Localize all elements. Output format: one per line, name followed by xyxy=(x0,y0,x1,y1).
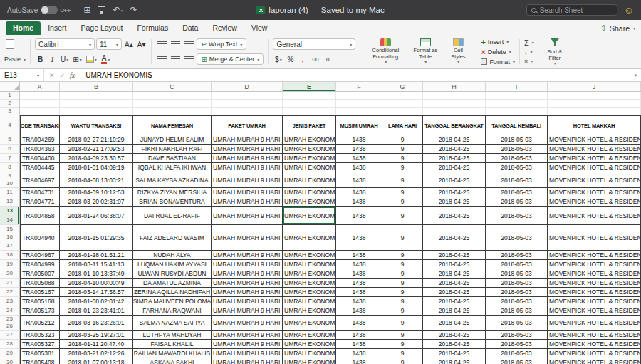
cell-B4[interactable]: WAKTU TRANSAKSI xyxy=(60,115,133,135)
insert-button[interactable]: +Insert▾ xyxy=(481,37,515,46)
cell-A5[interactable]: TRA004269 xyxy=(20,135,60,145)
cell-B1[interactable] xyxy=(60,92,133,100)
cell-G9[interactable]: 9 xyxy=(382,172,423,188)
cell-B30[interactable]: 2018-01-07 00:13:18 xyxy=(60,358,133,364)
cell-E30[interactable]: UMRAH EKONOMIS xyxy=(283,358,336,364)
cell-I20[interactable]: 2018-05-03 xyxy=(486,269,548,279)
cell-C29[interactable]: RAIHAN MAWARDI KHALIS xyxy=(133,349,212,358)
font-size-select[interactable]: 11▾ xyxy=(96,38,122,50)
row-header-28[interactable]: 28 xyxy=(0,340,20,349)
cell-D12[interactable]: UMRAH MURAH 9 HARI xyxy=(212,197,283,207)
delete-button[interactable]: ×Delete▾ xyxy=(481,47,515,56)
cell-I5[interactable]: 2018-05-03 xyxy=(486,135,548,145)
cell-J22[interactable]: MOVENPICK HOTEL & RESIDENCE H xyxy=(548,288,641,297)
cell-A3[interactable] xyxy=(20,108,60,115)
cell-G3[interactable] xyxy=(382,108,423,115)
cell-J21[interactable]: MOVENPICK HOTEL & RESIDENCE H xyxy=(548,279,641,288)
row-header-1[interactable]: 1 xyxy=(0,92,20,100)
cell-D13[interactable]: UMRAH MURAH 9 HARI xyxy=(212,207,283,225)
formula-bar-value[interactable]: UMRAH EKONOMIS xyxy=(80,71,634,79)
formula-bar-expand-icon[interactable]: ▾ xyxy=(634,73,641,78)
column-header-J[interactable]: J xyxy=(548,82,641,91)
cell-J25[interactable]: MOVENPICK HOTEL & RESIDENCE H xyxy=(548,316,641,331)
cell-B21[interactable]: 2018-04-10 00:00:49 xyxy=(60,279,133,288)
column-header-B[interactable]: B xyxy=(60,82,133,91)
cell-G8[interactable]: 9 xyxy=(382,163,423,172)
cell-B23[interactable]: 2018-01-08 02:01:42 xyxy=(60,297,133,306)
cell-J24[interactable]: MOVENPICK HOTEL & RESIDENCE H xyxy=(548,306,641,316)
cell-I29[interactable]: 2018-05-03 xyxy=(486,349,548,358)
row-header-9[interactable]: 910 xyxy=(0,172,20,188)
cell-B9[interactable]: 2018-04-08 13:03:21 xyxy=(60,172,133,188)
increase-decimal-icon[interactable]: .00 xyxy=(309,53,320,65)
cell-C13[interactable]: DAI RUAL EL-RAFIF xyxy=(133,207,212,225)
bold-button[interactable]: B xyxy=(35,53,46,65)
cell-F4[interactable]: MUSIM UMRAH xyxy=(336,115,382,135)
row-header-15[interactable]: 151617 xyxy=(0,225,20,251)
cell-A18[interactable]: TRA004967 xyxy=(20,251,60,260)
paste-button[interactable]: Paste▾ xyxy=(4,55,26,64)
save-icon[interactable] xyxy=(98,6,105,14)
cell-H30[interactable]: 2018-04-25 xyxy=(423,358,486,364)
cell-J4[interactable]: HOTEL MAKKAH xyxy=(548,115,641,135)
cell-I24[interactable]: 2018-05-03 xyxy=(486,306,548,316)
cell-D8[interactable]: UMRAH MURAH 9 HARI xyxy=(212,163,283,172)
view-switcher-icon[interactable]: ⊞ xyxy=(83,5,90,15)
cell-C27[interactable]: LUTHFYA MAHDYAH xyxy=(133,331,212,340)
cell-C8[interactable]: IQBAL KHALFA IKHWAN xyxy=(133,163,212,172)
confirm-entry-icon[interactable]: ✓ xyxy=(60,72,66,79)
sort-filter-button[interactable]: Sort & Filter ▾ xyxy=(540,37,570,66)
cell-H28[interactable]: 2018-04-25 xyxy=(423,340,486,349)
tab-formulas[interactable]: Formulas xyxy=(130,21,175,35)
cell-H27[interactable]: 2018-04-25 xyxy=(423,331,486,340)
cell-C22[interactable]: ZERINA AQILLA NADHIFAH xyxy=(133,288,212,297)
cell-A4[interactable]: KODE TRANSAKSI xyxy=(20,115,60,135)
row-header-4[interactable]: 4 xyxy=(0,115,20,135)
tab-home[interactable]: Home xyxy=(6,21,41,35)
format-as-table-button[interactable]: Format as Table ▾ xyxy=(408,37,442,66)
cell-C4[interactable]: NAMA PEMESAN xyxy=(133,115,212,135)
cell-D27[interactable]: UMRAH MURAH 9 HARI xyxy=(212,331,283,340)
cell-D20[interactable]: UMRAH MURAH 9 HARI xyxy=(212,269,283,279)
cell-H3[interactable] xyxy=(423,108,486,115)
column-header-A[interactable]: A xyxy=(20,82,60,91)
cell-F3[interactable] xyxy=(336,108,382,115)
clear-button[interactable]: ×▾ xyxy=(524,56,534,66)
cell-G30[interactable]: 9 xyxy=(382,358,423,364)
increase-font-icon[interactable]: A▴ xyxy=(123,38,135,50)
cell-G11[interactable]: 9 xyxy=(382,188,423,197)
underline-button[interactable]: U▾ xyxy=(59,53,70,65)
cell-I1[interactable] xyxy=(486,92,548,100)
column-header-G[interactable]: G xyxy=(382,82,423,91)
cell-A12[interactable]: TRA004771 xyxy=(20,197,60,207)
cell-A25[interactable]: TRA005212 xyxy=(20,316,60,331)
row-header-24[interactable]: 24 xyxy=(0,306,20,316)
cell-D9[interactable]: UMRAH MURAH 9 HARI xyxy=(212,172,283,188)
cell-D28[interactable]: UMRAH MURAH 9 HARI xyxy=(212,340,283,349)
cell-D2[interactable] xyxy=(212,100,283,108)
cell-G27[interactable]: 9 xyxy=(382,331,423,340)
cell-B3[interactable] xyxy=(60,108,133,115)
number-format-select[interactable]: General▾ xyxy=(273,38,355,50)
name-box[interactable]: E13 ▾ xyxy=(0,69,44,81)
cell-A21[interactable]: TRA005088 xyxy=(20,279,60,288)
cell-I11[interactable]: 2018-05-03 xyxy=(486,188,548,197)
cell-A28[interactable]: TRA005327 xyxy=(20,340,60,349)
cell-F20[interactable]: 1438 xyxy=(336,269,382,279)
cell-C19[interactable]: LUQMAN HAKIM AYYASI xyxy=(133,260,212,269)
cell-A2[interactable] xyxy=(20,100,60,108)
align-middle-icon[interactable] xyxy=(170,38,182,50)
cell-D25[interactable]: UMRAH MURAH 9 HARI xyxy=(212,316,283,331)
cell-G24[interactable]: 9 xyxy=(382,306,423,316)
cell-I18[interactable]: 2018-05-03 xyxy=(486,251,548,260)
cell-I22[interactable]: 2018-05-03 xyxy=(486,288,548,297)
cell-F5[interactable]: 1438 xyxy=(336,135,382,145)
row-header-11[interactable]: 11 xyxy=(0,188,20,197)
decrease-font-icon[interactable]: A▾ xyxy=(136,38,147,50)
cell-D6[interactable]: UMRAH MURAH 9 HARI xyxy=(212,145,283,154)
cell-B5[interactable]: 2018-02-27 21:10:29 xyxy=(60,135,133,145)
cell-F11[interactable]: 1438 xyxy=(336,188,382,197)
cell-C7[interactable]: DAVE BASTIAAN xyxy=(133,154,212,163)
cell-B27[interactable]: 2018-03-25 19:27:01 xyxy=(60,331,133,340)
cell-F2[interactable] xyxy=(336,100,382,108)
